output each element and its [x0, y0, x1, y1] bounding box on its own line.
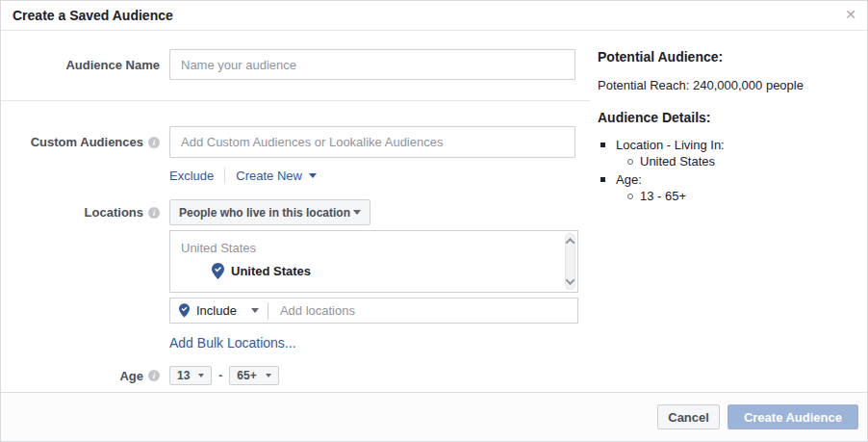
locations-row: Locations i People who live in this loca… [1, 199, 590, 225]
custom-audiences-label-text: Custom Audiences [31, 135, 143, 149]
age-label: Age i [1, 369, 160, 383]
dialog-footer: Cancel Create Audience [1, 392, 867, 441]
custom-audiences-label: Custom Audiences i [1, 135, 160, 149]
chevron-down-icon [198, 374, 204, 377]
create-new-dropdown[interactable]: Create New [236, 169, 317, 183]
chevron-down-icon[interactable] [251, 308, 259, 313]
include-separator [268, 302, 268, 320]
detail-label: Location - Living In: [616, 137, 725, 153]
age-min-dropdown[interactable]: 13 [169, 366, 212, 385]
detail-row: Location - Living In: [598, 137, 862, 153]
age-range-separator: - [218, 369, 222, 382]
age-max-dropdown[interactable]: 65+ [229, 366, 278, 385]
dialog-titlebar: Create a Saved Audience ✕ [1, 1, 867, 31]
cancel-button[interactable]: Cancel [657, 404, 720, 429]
create-new-label: Create New [236, 169, 302, 183]
detail-item-location: Location - Living In: United States [598, 137, 862, 169]
scroll-down-icon[interactable] [566, 275, 575, 285]
circle-bullet-icon [627, 159, 633, 165]
detail-label: Age: [616, 171, 642, 188]
locations-list-box[interactable]: United States United States [169, 230, 578, 293]
audience-details-heading: Audience Details: [598, 110, 862, 125]
audience-name-input[interactable] [169, 49, 575, 80]
audience-summary-panel: Potential Audience: Potential Reach: 240… [598, 30, 862, 206]
chevron-down-icon [353, 210, 361, 215]
add-location-row: Include [169, 298, 578, 324]
info-icon[interactable]: i [148, 207, 160, 219]
custom-audiences-input[interactable] [169, 126, 575, 158]
locations-label-text: Locations [85, 205, 143, 220]
square-bullet-icon [600, 143, 605, 147]
age-max-value: 65+ [237, 369, 256, 382]
chevron-down-icon [309, 173, 317, 178]
add-bulk-locations-link[interactable]: Add Bulk Locations... [169, 335, 590, 351]
include-dropdown-label: Include [196, 303, 237, 318]
audience-name-row: Audience Name [1, 49, 590, 80]
custom-audiences-row: Custom Audiences i [1, 126, 590, 158]
detail-value: 13 - 65+ [640, 188, 686, 204]
audience-name-label: Audience Name [1, 58, 160, 72]
location-pin-icon [179, 303, 190, 318]
links-separator [224, 168, 225, 183]
exclude-link[interactable]: Exclude [169, 169, 214, 183]
audience-name-label-text: Audience Name [65, 58, 160, 72]
age-label-text: Age [119, 369, 143, 383]
dialog-title: Create a Saved Audience [13, 8, 173, 23]
section-divider [1, 100, 590, 101]
create-audience-button[interactable]: Create Audience [728, 404, 858, 429]
selected-location-item[interactable]: United States [170, 263, 577, 279]
audience-form: Audience Name Custom Audiences i Exclude… [1, 30, 590, 385]
custom-audiences-links: Exclude Create New [169, 168, 590, 183]
locations-label: Locations i [1, 205, 160, 220]
detail-value: United States [640, 153, 715, 169]
chevron-down-icon [266, 374, 271, 377]
detail-item-age: Age: 13 - 65+ [598, 171, 862, 204]
potential-audience-heading: Potential Audience: [598, 49, 862, 65]
location-mode-selected: People who live in this location [179, 206, 350, 220]
info-icon[interactable]: i [148, 137, 160, 148]
add-locations-input[interactable] [278, 302, 569, 319]
scroll-up-icon[interactable] [566, 238, 575, 247]
detail-subrow: United States [598, 153, 862, 169]
detail-row: Age: [598, 171, 862, 188]
audience-details-list: Location - Living In: United States Age:… [598, 137, 862, 204]
age-row: Age i 13 - 65+ [1, 366, 590, 385]
square-bullet-icon [600, 177, 605, 182]
age-min-value: 13 [177, 369, 190, 382]
location-typed-text: United States [170, 231, 577, 255]
detail-subrow: 13 - 65+ [598, 188, 862, 204]
location-pin-icon [212, 263, 224, 279]
selected-location-name: United States [231, 264, 311, 278]
close-icon[interactable]: ✕ [845, 7, 856, 22]
scrollbar[interactable] [565, 233, 575, 290]
info-icon[interactable]: i [148, 370, 160, 381]
potential-reach-text: Potential Reach: 240,000,000 people [598, 78, 862, 92]
create-saved-audience-dialog: Create a Saved Audience ✕ Audience Name … [0, 0, 868, 442]
circle-bullet-icon [627, 194, 633, 199]
location-mode-dropdown[interactable]: People who live in this location [169, 199, 370, 225]
